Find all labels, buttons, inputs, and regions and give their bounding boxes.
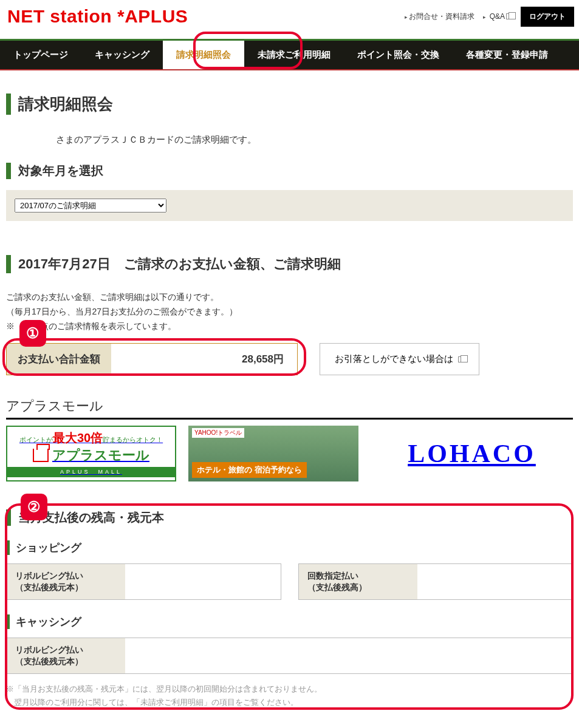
note-line-1: ご請求のお支払い金額、ご請求明細は以下の通りです。 [6,290,573,305]
footnote-line-2: 翌月以降のご利用分に関しては、「未請求ご利用明細」の項目をご覧ください。 [6,696,573,709]
page-body: 請求明細照会 さまのアプラスＪＣＢカードのご請求明細です。 対象年月を選択 20… [0,70,579,727]
site-logo: NET station *APLUS [7,6,188,27]
lead-text: さまのアプラスＪＣＢカードのご請求明細です。 [56,134,573,146]
mall1-name: アプラスモール [33,446,149,464]
shopping-revolving-value [125,564,281,599]
billing-date-heading: 2017年7月27日 ご請求のお支払い金額、ご請求明細 [6,255,573,273]
shopping-installment-value [417,564,573,599]
mall2-caption: ホテル・旅館の 宿泊予約なら [192,462,307,478]
nav-unbilled[interactable]: 未請求ご利用明細 [244,41,344,69]
nav-top[interactable]: トップページ [0,41,81,69]
external-link-icon [458,356,464,362]
balance-heading: 当月支払後の残高・残元本 [6,509,573,526]
nav-cashing[interactable]: キャッシング [81,41,163,69]
contact-link[interactable]: お問合せ・資料請求 [405,12,475,22]
mall-banner-yahoo-travel[interactable]: YAHOO!トラベル ホテル・旅館の 宿泊予約なら [188,426,358,481]
month-select[interactable]: 2017/07のご請求明細 [15,199,166,213]
debit-failure-button[interactable]: お引落としができない場合は [320,343,479,375]
shopping-heading: ショッピング [6,540,573,555]
mall2-brand: YAHOO!トラベル [192,428,244,438]
mall-banner-lohaco[interactable]: LOHACO [371,426,573,481]
top-utility-links: お問合せ・資料請求 Q&A ログアウト [405,7,574,27]
cart-icon [33,449,49,462]
annotation-badge-1: ① [19,320,46,347]
external-link-icon [506,13,512,19]
global-nav-wrap: トップページ キャッシング 請求明細照会 未請求ご利用明細 ポイント照会・交換 … [0,39,579,70]
debit-failure-label: お引落としができない場合は [335,353,453,365]
footnote-line-1: ※「当月お支払後の残高・残元本」には、翌月以降の初回開始分は含まれておりません。 [6,682,573,696]
shopping-balance-grid: リボルビング払い （支払後残元本） 回数指定払い （支払後残高） [6,563,573,600]
select-heading: 対象年月を選択 [6,163,573,179]
note-line-2: （毎月17日から、当月27日お支払分のご照会ができます。） [6,305,573,319]
mall-banner-row: ポイントが最大30倍貯まるからオトク！ アプラスモール APLUS MALL Y… [6,426,573,481]
payment-total-value: 28,658円 [111,344,297,375]
qa-link-label: Q&A [490,12,505,21]
shopping-revolving-label: リボルビング払い （支払後残元本） [7,564,125,599]
nav-billing[interactable]: 請求明細照会 [163,41,244,69]
mall1-sub: APLUS MALL [7,467,175,477]
cashing-revolving-label: リボルビング払い （支払後残元本） [7,638,125,673]
month-select-bar: 2017/07のご請求明細 [6,190,573,221]
note-line-3: ※ 時点のご請求情報を表示しています。 [6,319,573,334]
payment-row: ① お支払い合計金額 28,658円 お引落としができない場合は [6,343,573,375]
shopping-revolving-cell: リボルビング払い （支払後残元本） [6,563,281,600]
shopping-installment-cell: 回数指定払い （支払後残高） [298,563,574,600]
nav-points[interactable]: ポイント照会・交換 [344,41,453,69]
global-nav: トップページ キャッシング 請求明細照会 未請求ご利用明細 ポイント照会・交換 … [0,39,579,70]
mall-banner-aplusmall[interactable]: ポイントが最大30倍貯まるからオトク！ アプラスモール APLUS MALL [6,426,176,481]
top-bar: NET station *APLUS お問合せ・資料請求 Q&A ログアウト [0,0,579,39]
cashing-heading: キャッシング [6,614,573,629]
cashing-revolving-value [125,638,572,673]
mall-divider [6,418,573,420]
shopping-installment-label: 回数指定払い （支払後残高） [299,564,417,599]
qa-link[interactable]: Q&A [483,12,512,21]
cashing-revolving-cell: リボルビング払い （支払後残元本） [6,638,573,674]
cashing-balance-grid: リボルビング払い （支払後残元本） [6,638,573,674]
balance-section-wrap: ② 当月支払後の残高・残元本 ショッピング リボルビング払い （支払後残元本） … [6,509,573,674]
billing-notes: ご請求のお支払い金額、ご請求明細は以下の通りです。 （毎月17日から、当月27日… [6,290,573,333]
nav-settings[interactable]: 各種変更・登録申請 [453,41,561,69]
payment-total-box: お支払い合計金額 28,658円 [6,343,298,375]
balance-footnote: ※「当月お支払後の残高・残元本」には、翌月以降の初回開始分は含まれておりません。… [6,682,573,709]
page-title: 請求明細照会 [6,94,573,115]
logout-button[interactable]: ログアウト [521,7,574,27]
payment-total-label: お支払い合計金額 [7,344,111,375]
mall-heading: アプラスモール [6,397,573,415]
annotation-badge-2: ② [21,494,47,520]
annotation-frame-balance [5,503,574,710]
